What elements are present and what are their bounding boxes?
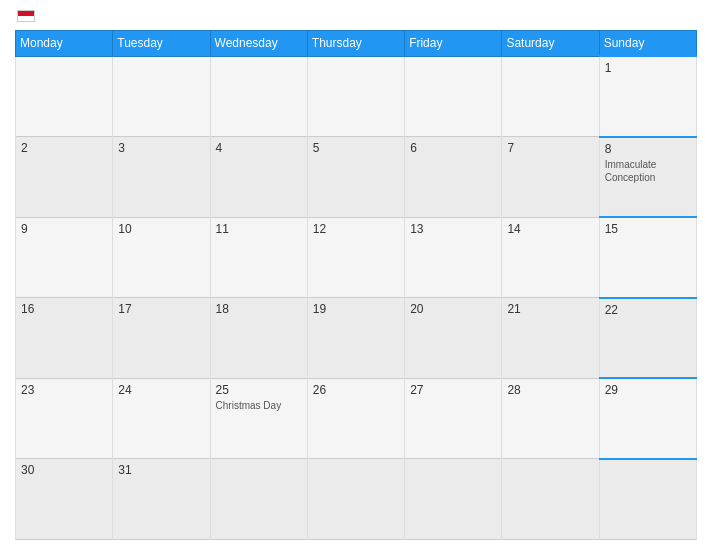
- day-number: 16: [21, 302, 107, 316]
- calendar-cell: 4: [210, 137, 307, 218]
- calendar-week-row: 1: [16, 56, 697, 137]
- day-number: 28: [507, 383, 593, 397]
- day-number: 26: [313, 383, 399, 397]
- calendar-cell: 8Immaculate Conception: [599, 137, 696, 218]
- calendar-cell: 21: [502, 298, 599, 379]
- calendar-cell: 26: [307, 378, 404, 459]
- calendar-body: 12345678Immaculate Conception91011121314…: [16, 56, 697, 540]
- calendar-week-row: 232425Christmas Day26272829: [16, 378, 697, 459]
- logo-flag-icon: [17, 10, 35, 22]
- calendar-cell: [210, 459, 307, 540]
- calendar-cell: 19: [307, 298, 404, 379]
- calendar-cell: 15: [599, 217, 696, 298]
- calendar-cell: 16: [16, 298, 113, 379]
- calendar-cell: [502, 459, 599, 540]
- calendar-cell: 12: [307, 217, 404, 298]
- calendar-cell: 25Christmas Day: [210, 378, 307, 459]
- day-number: 13: [410, 222, 496, 236]
- day-number: 25: [216, 383, 302, 397]
- calendar-cell: [599, 459, 696, 540]
- calendar-cell: 1: [599, 56, 696, 137]
- weekday-header-thursday: Thursday: [307, 31, 404, 57]
- calendar-cell: 17: [113, 298, 210, 379]
- calendar-cell: 9: [16, 217, 113, 298]
- day-number: 10: [118, 222, 204, 236]
- calendar-cell: [405, 56, 502, 137]
- calendar-cell: 23: [16, 378, 113, 459]
- calendar-cell: 13: [405, 217, 502, 298]
- day-number: 6: [410, 141, 496, 155]
- calendar-table: MondayTuesdayWednesdayThursdayFridaySatu…: [15, 30, 697, 540]
- calendar-cell: 7: [502, 137, 599, 218]
- calendar-cell: [307, 459, 404, 540]
- calendar-cell: 5: [307, 137, 404, 218]
- day-number: 23: [21, 383, 107, 397]
- day-number: 9: [21, 222, 107, 236]
- day-number: 8: [605, 142, 691, 156]
- calendar-cell: [502, 56, 599, 137]
- calendar-cell: 24: [113, 378, 210, 459]
- calendar-cell: [307, 56, 404, 137]
- header: [15, 10, 697, 22]
- day-number: 31: [118, 463, 204, 477]
- calendar-cell: 11: [210, 217, 307, 298]
- holiday-label: Immaculate Conception: [605, 158, 691, 184]
- weekday-header-wednesday: Wednesday: [210, 31, 307, 57]
- day-number: 20: [410, 302, 496, 316]
- day-number: 14: [507, 222, 593, 236]
- day-number: 1: [605, 61, 691, 75]
- day-number: 29: [605, 383, 691, 397]
- calendar-week-row: 9101112131415: [16, 217, 697, 298]
- calendar-cell: 31: [113, 459, 210, 540]
- day-number: 21: [507, 302, 593, 316]
- weekday-header-monday: Monday: [16, 31, 113, 57]
- day-number: 19: [313, 302, 399, 316]
- day-number: 7: [507, 141, 593, 155]
- calendar-cell: 6: [405, 137, 502, 218]
- day-number: 2: [21, 141, 107, 155]
- calendar-header: MondayTuesdayWednesdayThursdayFridaySatu…: [16, 31, 697, 57]
- day-number: 3: [118, 141, 204, 155]
- weekday-header-sunday: Sunday: [599, 31, 696, 57]
- weekday-header-saturday: Saturday: [502, 31, 599, 57]
- day-number: 24: [118, 383, 204, 397]
- calendar-cell: 30: [16, 459, 113, 540]
- day-number: 17: [118, 302, 204, 316]
- day-number: 22: [605, 303, 691, 317]
- logo: [15, 10, 35, 22]
- weekday-row: MondayTuesdayWednesdayThursdayFridaySatu…: [16, 31, 697, 57]
- calendar-cell: 18: [210, 298, 307, 379]
- calendar-week-row: 2345678Immaculate Conception: [16, 137, 697, 218]
- day-number: 12: [313, 222, 399, 236]
- weekday-header-friday: Friday: [405, 31, 502, 57]
- calendar-cell: [113, 56, 210, 137]
- day-number: 27: [410, 383, 496, 397]
- day-number: 4: [216, 141, 302, 155]
- day-number: 30: [21, 463, 107, 477]
- calendar-cell: 20: [405, 298, 502, 379]
- calendar-week-row: 3031: [16, 459, 697, 540]
- calendar-cell: 2: [16, 137, 113, 218]
- calendar-week-row: 16171819202122: [16, 298, 697, 379]
- day-number: 11: [216, 222, 302, 236]
- calendar-cell: 27: [405, 378, 502, 459]
- day-number: 18: [216, 302, 302, 316]
- calendar-cell: 22: [599, 298, 696, 379]
- day-number: 5: [313, 141, 399, 155]
- calendar-cell: 10: [113, 217, 210, 298]
- calendar-cell: 28: [502, 378, 599, 459]
- calendar-cell: [210, 56, 307, 137]
- calendar-cell: 3: [113, 137, 210, 218]
- calendar-page: MondayTuesdayWednesdayThursdayFridaySatu…: [0, 0, 712, 550]
- weekday-header-tuesday: Tuesday: [113, 31, 210, 57]
- calendar-cell: [405, 459, 502, 540]
- calendar-cell: 29: [599, 378, 696, 459]
- holiday-label: Christmas Day: [216, 399, 302, 412]
- day-number: 15: [605, 222, 691, 236]
- calendar-cell: 14: [502, 217, 599, 298]
- calendar-cell: [16, 56, 113, 137]
